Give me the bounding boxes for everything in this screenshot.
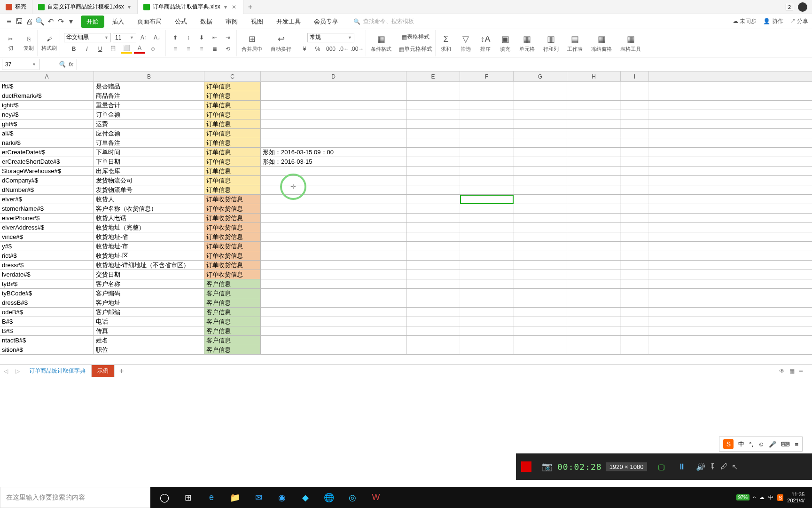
cell[interactable] [514,82,567,91]
cell[interactable]: 订单信息 [204,110,261,119]
cell[interactable] [406,82,460,91]
cell[interactable] [406,345,460,354]
cell[interactable] [406,214,460,222]
cell[interactable] [567,261,621,270]
underline-button[interactable]: U [94,44,106,54]
cell[interactable] [460,223,514,232]
font-name-select[interactable]: 华文细黑▼ [64,33,111,42]
cell[interactable] [460,148,514,157]
cell[interactable] [621,101,649,110]
cells-button[interactable]: ▦单元格 [515,32,539,55]
cell[interactable] [460,82,514,91]
column-header-E[interactable]: E [406,71,460,81]
cell[interactable] [567,148,621,157]
table-row[interactable]: al#$应付金额订单信息 [0,129,812,138]
wps-icon[interactable]: W [366,488,386,507]
cell[interactable]: 订单信息 [204,148,261,157]
cell[interactable]: 客户信息 [204,289,261,298]
cell[interactable] [261,129,406,138]
tray-cloud-icon[interactable]: ☁ [759,494,765,500]
ime-punct-icon[interactable]: °, [749,441,753,448]
cell[interactable]: 订单收货信息 [204,242,261,251]
cell[interactable] [514,251,567,260]
cell[interactable] [567,242,621,251]
cell[interactable]: dress#$ [0,261,94,270]
cell[interactable] [567,204,621,213]
mic-icon[interactable]: 🎙 [709,462,717,471]
cell[interactable] [460,345,514,354]
cell[interactable]: 形如：2016-03-15 [261,157,406,166]
align-top-button[interactable]: ⬆ [170,33,181,42]
cell[interactable]: 下单日期 [94,157,204,166]
cell[interactable]: odeB#$ [0,308,94,317]
cell[interactable]: y#$ [0,242,94,251]
cell[interactable] [261,242,406,251]
italic-button[interactable]: I [81,44,93,54]
cell[interactable] [514,308,567,317]
cell[interactable] [514,289,567,298]
cell[interactable] [621,242,649,251]
cell[interactable] [567,214,621,222]
freeze-button[interactable]: ▦冻结窗格 [587,32,616,55]
orientation-button[interactable]: ⟲ [222,44,234,54]
cell[interactable] [406,157,460,166]
cell[interactable]: 订单信息 [204,82,261,91]
avatar[interactable] [798,2,807,12]
table-row[interactable]: dNumber#$发货物流单号订单信息 [0,185,812,195]
table-row[interactable]: tyBCode#$客户编码客户信息 [0,289,812,298]
speaker-icon[interactable]: 🔊 [696,462,705,471]
cell[interactable]: ight#$ [0,101,94,110]
table-row[interactable]: dress#$收货地址-详细地址（不含省市区）订单收货信息 [0,261,812,270]
cell[interactable]: stomerName#$ [0,204,94,213]
tab-file-1[interactable]: 自定义订单商品统计模板1.xlsx ▾ [32,0,138,14]
column-header-G[interactable]: G [514,71,567,81]
cell[interactable]: ductRemark#$ [0,91,94,100]
ribbon-tab-data[interactable]: 数据 [195,16,218,28]
cell[interactable]: 订单收货信息 [204,251,261,260]
sheet-tab-1[interactable]: 订单商品统计取值字典 [23,365,92,377]
ime-toolbar[interactable]: S 中 °, ☺ 🎤 ⌨ ≡ [719,437,803,452]
cell[interactable] [460,289,514,298]
ribbon-tab-dev[interactable]: 开发工具 [271,16,306,28]
cell[interactable] [567,270,621,279]
tab-file-2[interactable]: 订单商品统计取值字典.xlsx ▾ ✕ [138,0,243,14]
cell[interactable]: 订单信息 [204,157,261,166]
cell[interactable] [514,326,567,335]
cell[interactable] [460,279,514,288]
cell[interactable]: 订单信息 [204,129,261,138]
cell[interactable] [261,195,406,204]
qa-dropdown-icon[interactable]: ▾ [66,16,76,27]
cell[interactable] [261,279,406,288]
cell[interactable]: 订单收货信息 [204,270,261,279]
cell[interactable] [261,91,406,100]
display-mode-icon[interactable]: ▦ [789,368,795,374]
cell[interactable] [261,298,406,307]
table-row[interactable]: ntactB#$姓名客户信息 [0,336,812,345]
table-row[interactable]: erCreateDate#$下单时间订单信息形如：2016-03-15 09：0… [0,148,812,157]
record-button[interactable] [519,459,534,474]
cell[interactable]: 客户名称 [94,279,204,288]
cell[interactable] [567,308,621,317]
cell[interactable]: dressB#$ [0,298,94,307]
cell[interactable] [621,326,649,335]
sogou-icon[interactable]: S [723,439,734,449]
cell[interactable]: 订单收货信息 [204,195,261,204]
cell[interactable] [261,223,406,232]
cell[interactable] [514,279,567,288]
table-row[interactable]: vince#$收货地址-省订单收货信息 [0,232,812,242]
copy-button[interactable]: ⎘ [23,34,34,44]
cell[interactable]: 收货地址-省 [94,232,204,241]
zoom-formula-icon[interactable]: 🔍 [58,61,66,68]
cell[interactable] [567,317,621,326]
cell[interactable]: 出库仓库 [94,167,204,175]
cell[interactable]: 是否赠品 [94,82,204,91]
cell[interactable]: ney#$ [0,110,94,119]
cell[interactable] [514,110,567,119]
cell[interactable]: tyB#$ [0,279,94,288]
cell[interactable] [460,129,514,138]
cell[interactable]: nark#$ [0,138,94,147]
column-header-D[interactable]: D [261,71,406,81]
bold-button[interactable]: B [68,44,79,54]
cell[interactable]: 发货物流公司 [94,176,204,185]
table-row[interactable]: odeB#$客户邮编客户信息 [0,308,812,317]
